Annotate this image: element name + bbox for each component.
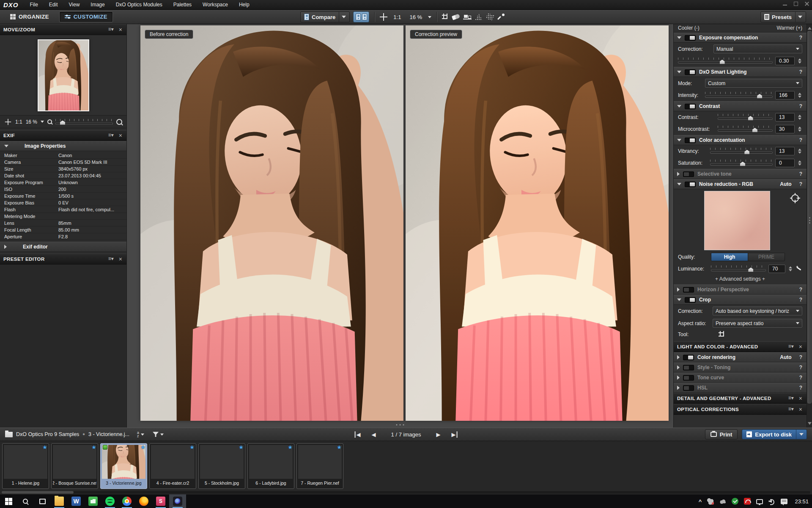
menu-edit[interactable]: Edit [44, 0, 63, 9]
saturation-spinner[interactable] [797, 160, 802, 166]
filmstrip-scrollbar[interactable] [2, 491, 810, 494]
filmstrip-item-4[interactable]: ★ 4 - Fire-eater.cr2 [149, 443, 196, 489]
zoom-1to1-button[interactable]: 1:1 [391, 14, 403, 20]
vibrancy-value-input[interactable]: 13 [775, 147, 795, 155]
sync-ok-icon[interactable] [732, 498, 738, 505]
before-image[interactable]: Before correction [140, 25, 403, 421]
notifications-icon[interactable] [781, 499, 787, 504]
current-image-label[interactable]: 3 - Victorienne.j... [88, 431, 129, 437]
star-icon[interactable]: ★ [239, 444, 244, 450]
menu-dxo-optics-modules[interactable]: DxO Optics Modules [110, 0, 168, 9]
crop-help-icon[interactable]: ? [798, 297, 803, 303]
contrast-header[interactable]: Contrast ? [674, 101, 807, 111]
exposure-slider[interactable] [678, 58, 773, 64]
vibrancy-slider-handle[interactable] [744, 150, 749, 154]
menu-file[interactable]: File [25, 0, 44, 9]
detail-geometry-menu-icon[interactable]: ≡▾ [786, 395, 796, 401]
movezoom-thumbnail[interactable] [38, 39, 89, 111]
window-maximize-icon[interactable] [793, 1, 798, 6]
presets-button[interactable]: Presets [760, 11, 806, 22]
intensity-slider[interactable] [705, 92, 773, 99]
color-accentuation-header[interactable]: Color accentuation ? [674, 135, 807, 145]
image-properties-section[interactable]: Image Properties [0, 141, 126, 151]
contrast-value-input[interactable]: 13 [775, 113, 795, 121]
crop-tool-button-icon[interactable] [719, 331, 725, 338]
contrast-slider[interactable] [718, 114, 773, 121]
quality-prime-button[interactable]: PRIME [748, 253, 785, 261]
taskbar-dxo-app[interactable] [169, 494, 186, 508]
luminance-value-input[interactable]: 70 [768, 265, 785, 273]
noise-reduction-toggle[interactable] [685, 182, 696, 187]
movezoom-menu-icon[interactable]: ≡▾ [106, 26, 116, 32]
sort-az-icon[interactable]: az [137, 431, 139, 438]
contrast-slider-handle[interactable] [748, 116, 753, 120]
light-color-close-icon[interactable]: × [796, 343, 803, 350]
export-dropdown-arrow[interactable] [796, 430, 807, 439]
contrast-toggle[interactable] [685, 104, 696, 109]
horizon-tool-icon[interactable] [463, 14, 472, 19]
selective-tone-header[interactable]: Selective tone ? [674, 169, 807, 179]
tab-customize[interactable]: CUSTOMIZE [59, 11, 113, 22]
filmstrip-item-3-selected[interactable]: ★ 3 - Victorienne.jpg [100, 443, 147, 489]
taskbar-file-explorer[interactable] [51, 494, 68, 508]
star-icon[interactable]: ★ [288, 444, 293, 450]
movezoom-percent-dropdown-icon[interactable] [41, 121, 44, 123]
horizon-perspective-header[interactable]: Horizon / Perspective ? [674, 284, 807, 295]
window-close-icon[interactable] [804, 1, 809, 6]
collapse-icon[interactable] [677, 36, 681, 39]
star-icon[interactable]: ★ [42, 444, 47, 450]
zoom-slider-handle[interactable] [60, 121, 65, 125]
print-button[interactable]: Print [705, 429, 738, 439]
dock-resize-handle[interactable] [396, 424, 404, 425]
movezoom-percent-value[interactable]: 16 % [26, 119, 37, 125]
noise-reduction-header[interactable]: Noise reduction - RGB Auto ? [674, 179, 807, 189]
filmstrip-item-5[interactable]: ★ 5 - Stockholm.jpg [198, 443, 245, 489]
collapse-icon[interactable] [677, 105, 681, 108]
crop-header[interactable]: Crop ? [674, 295, 807, 305]
aspect-ratio-dropdown[interactable]: Preserve aspect ratio [713, 319, 802, 328]
taskbar-word[interactable]: W [68, 494, 85, 508]
hsl-header[interactable]: HSL ? [674, 383, 807, 393]
menu-workspace[interactable]: Workspace [197, 0, 233, 9]
color-rendering-help-icon[interactable]: ? [798, 354, 803, 360]
taskbar-spotify[interactable] [102, 494, 118, 508]
collapse-icon[interactable] [677, 71, 681, 73]
force-parallel-tool-icon[interactable] [475, 14, 483, 20]
task-view-button[interactable] [34, 494, 51, 508]
style-toning-header[interactable]: Style - Toning ? [674, 362, 807, 373]
last-image-button[interactable]: ▶ [451, 431, 457, 438]
optical-menu-icon[interactable]: ≡▾ [786, 406, 796, 412]
tone-curve-help-icon[interactable]: ? [798, 375, 803, 381]
microcontrast-spinner[interactable] [797, 127, 802, 132]
contrast-spinner[interactable] [797, 115, 802, 120]
quality-high-button[interactable]: High [711, 253, 748, 261]
color-accentuation-toggle[interactable] [685, 138, 696, 143]
tone-curve-header[interactable]: Tone curve ? [674, 373, 807, 383]
style-toning-toggle[interactable] [683, 365, 694, 370]
vibrancy-slider[interactable] [710, 148, 773, 155]
zoom-in-icon[interactable] [116, 119, 122, 125]
side-by-side-view-button[interactable] [353, 11, 369, 22]
crop-correction-dropdown[interactable]: Auto based on keystoning / horiz [713, 306, 802, 315]
network-display-icon[interactable] [756, 499, 763, 504]
collapse-icon[interactable] [677, 298, 681, 301]
taskbar-clock[interactable]: 23:51 [795, 498, 809, 505]
saturation-slider[interactable] [710, 160, 773, 166]
tray-app-icon[interactable] [707, 498, 714, 505]
movezoom-pan-icon[interactable] [5, 119, 11, 124]
scroll-up-icon[interactable] [808, 26, 812, 30]
color-rendering-toggle[interactable] [683, 355, 694, 360]
compare-dropdown-arrow[interactable] [339, 12, 346, 22]
collapse-icon[interactable] [677, 183, 681, 185]
first-image-button[interactable]: ◀ [355, 431, 361, 438]
filter-dropdown-icon[interactable] [160, 433, 164, 436]
magic-wand-icon[interactable] [796, 265, 802, 272]
movezoom-preview[interactable] [0, 35, 126, 116]
crop-tool-icon[interactable] [442, 14, 449, 20]
white-balance-picker-icon[interactable] [498, 14, 505, 20]
horizon-help-icon[interactable]: ? [798, 287, 803, 293]
taskbar-chrome[interactable] [118, 494, 135, 508]
luminance-slider[interactable] [711, 265, 766, 272]
filmstrip-item-6[interactable]: ★ 6 - Ladybird.jpg [247, 443, 294, 489]
selective-tone-toggle[interactable] [683, 171, 694, 177]
